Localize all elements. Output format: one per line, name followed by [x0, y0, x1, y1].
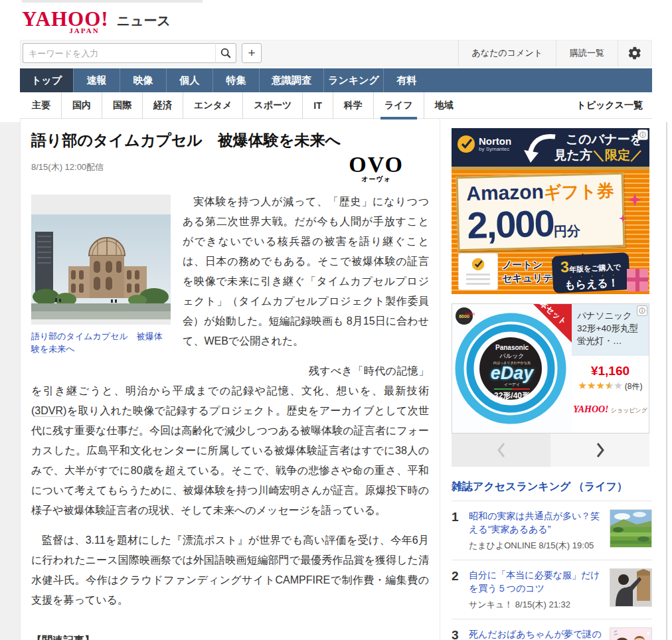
- nav-tab-ranking[interactable]: ランキング: [323, 68, 383, 92]
- search-input[interactable]: [23, 43, 215, 63]
- limited-label: ＼限定／: [592, 148, 643, 162]
- ranking-item-thumbnail[interactable]: [610, 627, 652, 640]
- category-kagaku[interactable]: 科学: [333, 92, 374, 119]
- article-date: 8/15(木) 12:00配信: [31, 161, 104, 192]
- subscription-list-link[interactable]: 購読一覧: [556, 40, 618, 66]
- category-chiiki[interactable]: 地域: [424, 92, 464, 119]
- category-kokunai[interactable]: 国内: [62, 92, 102, 119]
- review-count: (8件): [625, 382, 643, 391]
- chevron-left-icon: [496, 441, 507, 459]
- magazine-ranking-section: 雑誌アクセスランキング （ライフ） 1 昭和の実家は共通点が多い？笑える“実家あ…: [452, 480, 652, 640]
- plus-icon: +: [248, 46, 255, 60]
- category-keizai[interactable]: 経済: [143, 92, 183, 119]
- nav-tab-top[interactable]: トップ: [20, 68, 73, 92]
- star-half-icon: ★★: [605, 380, 614, 392]
- category-entame[interactable]: エンタメ: [183, 92, 243, 119]
- article-title: 語り部のタイムカプセル 被爆体験を未来へ: [31, 129, 429, 151]
- panasonic-product-image: Panasonic パルック 白はっきりさわやかな光 eDay イーデイ 32形…: [452, 304, 572, 433]
- service-name-news[interactable]: ニュース: [117, 12, 171, 30]
- article-paragraph-3: 監督は、3.11を題材にした『漂流ポスト』が世界でも高い評価を受け、今年6月に行…: [31, 530, 429, 610]
- rank-number: 3: [452, 627, 469, 640]
- search-icon: [220, 47, 232, 59]
- browser-artifact-strip: [22, 0, 203, 3]
- carousel-prev-button[interactable]: [452, 434, 550, 467]
- source-logo-ovo[interactable]: OVO オーヴォ: [349, 153, 404, 192]
- header: YAHOO! JAPAN ニュース: [0, 0, 672, 40]
- ranking-item-thumbnail[interactable]: [610, 568, 652, 607]
- nav-tab-yuryo[interactable]: 有料: [383, 68, 430, 92]
- scrollbar[interactable]: [666, 122, 667, 640]
- ranking-title-link[interactable]: 雑誌アクセスランキング （ライフ）: [452, 480, 652, 494]
- dome-photo-illustration: [31, 214, 171, 319]
- product-rating: ★★★★★★(8件): [572, 380, 649, 392]
- left-gutter: [0, 122, 20, 640]
- ranking-item-source: サンキュ！ 8/15(木) 21:32: [469, 599, 603, 611]
- ad-carousel-controls: [452, 434, 649, 467]
- star-empty-icon: ★: [614, 380, 622, 391]
- logo-japan-text: JAPAN: [69, 27, 99, 35]
- sparkle-icon: [628, 193, 641, 209]
- star-icon: ★: [578, 380, 587, 391]
- ranking-item-link[interactable]: 自分に「本当に必要な服」だけを買う５つのコツ: [469, 568, 603, 595]
- ranking-item-3: 3 死んだおばあちゃんが夢で謎の忠告を…私たちの不思議な体験 女子SPA！ 8/…: [452, 619, 652, 640]
- topics-list-link[interactable]: トピックス一覧: [576, 100, 643, 112]
- rank-number: 1: [452, 509, 469, 552]
- article-paragraph-2: 残すべき「時代の記憶」を引き継ごうと、明治から平成までの記録や記憶、文化、想いを…: [31, 361, 429, 520]
- lumen-badge: 6000: [456, 307, 473, 325]
- ad-info-icon[interactable]: [637, 305, 647, 316]
- curved-arrow-icon: [523, 133, 558, 168]
- ranking-item-2: 2 自分に「本当に必要な服」だけを買う５つのコツ サンキュ！ 8/15(木) 2…: [452, 560, 652, 619]
- product-price: ¥1,160: [572, 364, 649, 378]
- category-life[interactable]: ライフ: [374, 92, 424, 119]
- norton-ad-banner[interactable]: Norton by Symantec このバナーを 見た方＼限定／ Amazon…: [452, 128, 649, 294]
- norton-check-icon: [457, 135, 475, 153]
- rank-number: 2: [452, 568, 469, 611]
- ranking-item-source: たまひよONLINE 8/15(木) 19:05: [469, 540, 603, 552]
- sidebar: Norton by Symantec このバナーを 見た方＼限定／ Amazon…: [452, 119, 652, 640]
- search-bar-row: + あなたのコメント 購読一覧: [20, 40, 652, 66]
- gift-box-icon: [627, 269, 648, 291]
- article-figure: 語り部のタイムカプセル 被爆体験を未来へ: [31, 195, 171, 355]
- ad-info-icon[interactable]: [637, 129, 648, 140]
- panasonic-ad: Panasonic パルック 白はっきりさわやかな光 eDay イーデイ 32形…: [452, 303, 649, 467]
- panasonic-product-card[interactable]: Panasonic パルック 白はっきりさわやかな光 eDay イーデイ 32形…: [452, 303, 649, 434]
- ranking-item-link[interactable]: 昭和の実家は共通点が多い？笑える“実家あるある”: [469, 509, 603, 536]
- yahoo-shopping-logo[interactable]: YAHOO!JAPANショッピング: [572, 403, 649, 415]
- related-articles-heading: 【関連記事】: [31, 634, 429, 640]
- category-kokusai[interactable]: 国際: [102, 92, 143, 119]
- ranking-item-thumbnail[interactable]: [610, 509, 652, 548]
- atomic-bomb-dome-photo[interactable]: [31, 195, 171, 325]
- add-keyword-button[interactable]: +: [242, 43, 262, 63]
- carousel-next-button[interactable]: [550, 434, 649, 467]
- category-sports[interactable]: スポーツ: [243, 92, 303, 119]
- offer-bubble: 3年版をご購入で ・・・・・ もらえる！: [552, 252, 631, 293]
- your-comments-link[interactable]: あなたのコメント: [458, 40, 556, 66]
- star-icon: ★: [596, 380, 604, 391]
- sparkle-icon: [619, 213, 627, 225]
- category-shuyo[interactable]: 主要: [21, 92, 62, 119]
- norton-product-box: [458, 253, 498, 290]
- nav-tab-kojin[interactable]: 個人: [166, 68, 212, 92]
- nav-tab-eizo[interactable]: 映像: [120, 68, 166, 92]
- amazon-gift-voucher: Amazonギフト券 2,000円分: [456, 173, 626, 252]
- article-panel: 語り部のタイムカプセル 被爆体験を未来へ 8/15(木) 12:00配信 OVO…: [20, 119, 440, 640]
- gear-icon: [628, 46, 642, 60]
- star-icon: ★: [587, 380, 596, 391]
- figure-caption-link[interactable]: 語り部のタイムカプセル 被爆体験を未来へ: [31, 330, 171, 355]
- nav-tab-sokuho[interactable]: 速報: [73, 68, 120, 92]
- nav-tab-tokushu[interactable]: 特集: [212, 68, 259, 92]
- chevron-right-icon: [595, 441, 606, 459]
- settings-button[interactable]: [618, 40, 651, 66]
- yahoo-japan-logo[interactable]: YAHOO! JAPAN: [22, 9, 109, 29]
- norton-logo: Norton by Symantec: [457, 135, 511, 153]
- nav-tab-ishikichosa[interactable]: 意識調査: [259, 68, 323, 92]
- ranking-item-1: 1 昭和の実家は共通点が多い？笑える“実家あるある” たまひよONLINE 8/…: [452, 501, 652, 560]
- dictionary-term-3dvr[interactable]: 3DVR: [35, 405, 63, 417]
- search-button[interactable]: [215, 43, 236, 63]
- category-nav: 主要 国内 国際 経済 エンタメ スポーツ IT 科学 ライフ 地域 トピックス…: [20, 92, 652, 119]
- main-nav: トップ 速報 映像 個人 特集 意識調査 ランキング 有料: [20, 68, 652, 92]
- ranking-item-link[interactable]: 死んだおばあちゃんが夢で謎の忠告を…私たちの不思議な体験: [469, 627, 603, 640]
- category-it[interactable]: IT: [303, 92, 333, 119]
